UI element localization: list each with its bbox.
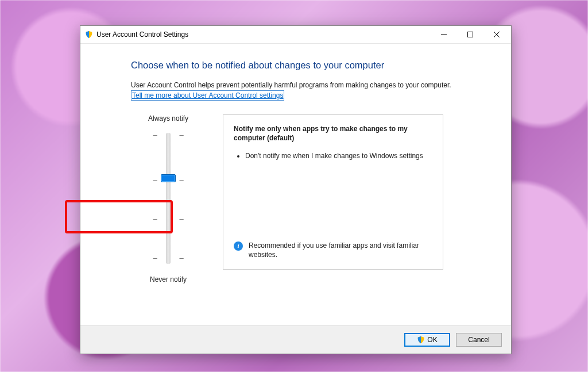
shield-icon: [85, 30, 93, 39]
svg-rect-0: [468, 32, 473, 37]
shield-icon: [417, 336, 425, 344]
level-bullet: Don't notify me when I make changes to W…: [245, 151, 432, 161]
intro-text: User Account Control helps prevent poten…: [131, 81, 477, 89]
window-content: Choose when to be notified about changes…: [80, 44, 511, 325]
page-heading: Choose when to be notified about changes…: [131, 60, 477, 71]
slider-label-top: Always notify: [148, 114, 188, 122]
close-button[interactable]: [483, 26, 510, 43]
notification-slider: Always notify –– –– –– –– Never notify: [131, 114, 206, 283]
slider-thumb[interactable]: [161, 174, 176, 182]
slider-tick: ––: [151, 254, 185, 262]
recommendation-text: Recommended if you use familiar apps and…: [249, 241, 432, 260]
info-icon: i: [234, 241, 243, 251]
window-buttonbar: OK Cancel: [80, 325, 511, 354]
uac-settings-window: User Account Control Settings Choose whe…: [80, 25, 512, 354]
level-title: Notify me only when apps try to make cha…: [234, 124, 432, 143]
slider-label-bottom: Never notify: [150, 275, 187, 283]
minimize-button[interactable]: [431, 26, 457, 43]
level-recommendation: i Recommended if you use familiar apps a…: [234, 241, 432, 260]
cancel-label: Cancel: [468, 336, 489, 344]
slider-track[interactable]: –– –– –– ––: [151, 129, 185, 267]
window-title: User Account Control Settings: [96, 30, 188, 39]
ok-button[interactable]: OK: [404, 333, 450, 347]
maximize-button[interactable]: [457, 26, 483, 43]
level-description-panel: Notify me only when apps try to make cha…: [223, 114, 443, 270]
learn-more-link[interactable]: Tell me more about User Account Control …: [131, 90, 284, 101]
slider-tick: ––: [151, 131, 185, 139]
cancel-button[interactable]: Cancel: [456, 333, 502, 347]
level-bullets: Don't notify me when I make changes to W…: [237, 151, 432, 163]
window-titlebar[interactable]: User Account Control Settings: [80, 26, 511, 44]
ok-label: OK: [427, 336, 437, 344]
slider-tick: ––: [151, 214, 185, 223]
